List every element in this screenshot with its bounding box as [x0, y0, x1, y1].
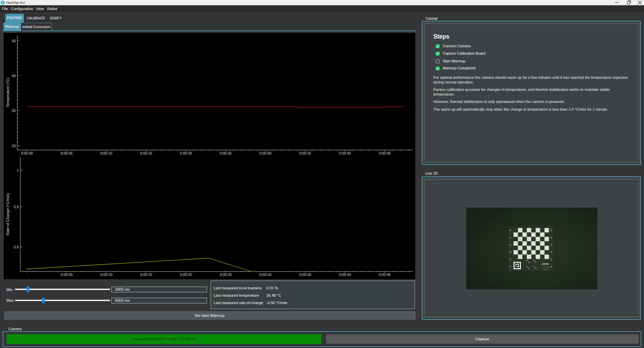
svg-text:0:00:45: 0:00:45 — [379, 151, 391, 155]
svg-text:30: 30 — [12, 144, 16, 148]
svg-text:0.8: 0.8 — [14, 245, 19, 249]
svg-text:0:00:15: 0:00:15 — [140, 151, 152, 155]
svg-text:0:00:35: 0:00:35 — [299, 151, 311, 155]
svg-text:0:00:25: 0:00:25 — [220, 151, 232, 155]
svg-text:45: 45 — [12, 39, 16, 43]
svg-text:0:00:05: 0:00:05 — [61, 273, 73, 277]
svg-text:ZiVID: ZiVID — [542, 263, 549, 266]
svg-text:35: 35 — [12, 109, 16, 113]
svg-text:1: 1 — [17, 168, 19, 172]
svg-text:0:00:20: 0:00:20 — [180, 273, 192, 277]
svg-text:0:00:05: 0:00:05 — [61, 151, 73, 155]
svg-text:40: 40 — [12, 74, 16, 78]
svg-text:0:00:10: 0:00:10 — [100, 151, 112, 155]
svg-text:0:00:20: 0:00:20 — [180, 151, 192, 155]
svg-text:7 x 8 - 30 mm: 7 x 8 - 30 mm — [542, 267, 550, 268]
svg-text:0:00:10: 0:00:10 — [100, 273, 112, 277]
svg-text:0:00:45: 0:00:45 — [379, 273, 391, 277]
svg-text:0:00:30: 0:00:30 — [259, 273, 271, 277]
svg-text:0:00:30: 0:00:30 — [259, 151, 271, 155]
svg-text:0:00:40: 0:00:40 — [339, 273, 351, 277]
svg-text:0.9: 0.9 — [14, 205, 19, 209]
svg-text:0:00:00: 0:00:00 — [21, 151, 33, 155]
svg-text:0:00:25: 0:00:25 — [220, 273, 232, 277]
svg-text:Rate of Change (°C/min): Rate of Change (°C/min) — [6, 193, 10, 235]
svg-text:Temperature (°C): Temperature (°C) — [6, 78, 10, 107]
svg-text:0:00:15: 0:00:15 — [140, 273, 152, 277]
svg-text:0:00:35: 0:00:35 — [299, 273, 311, 277]
svg-text:0:00:40: 0:00:40 — [339, 151, 351, 155]
svg-text:240-2301: 240-2301 — [543, 269, 548, 270]
